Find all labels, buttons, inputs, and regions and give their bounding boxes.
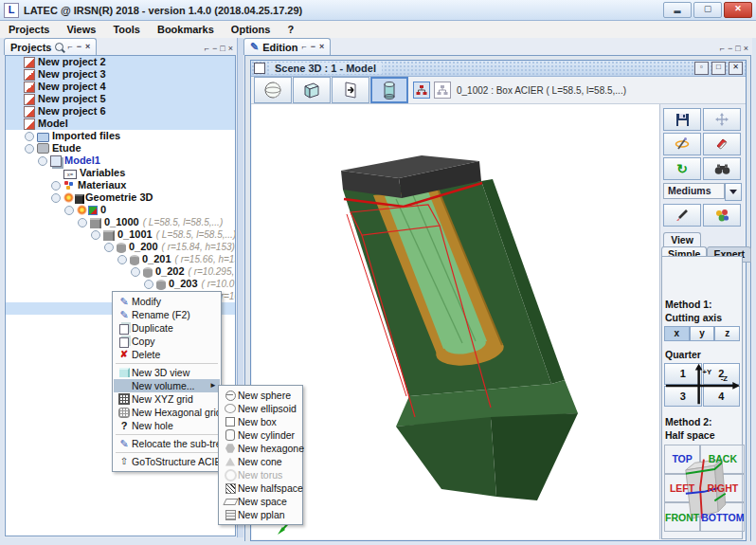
close-icon[interactable]: × [319,43,324,51]
view-tab[interactable]: View [663,232,701,246]
menu-item[interactable]: New sphere [220,389,301,402]
tree-expand-handle[interactable] [51,193,61,203]
tree-item[interactable]: 0_201 ( r=15.66, h=152...) [6,253,235,265]
menu-item[interactable]: ⇧ GoToStructure ACIER [114,455,220,468]
tree-item[interactable]: Materiaux [6,179,235,191]
tree-item[interactable]: New project 4 [6,81,235,93]
search-icon[interactable] [55,43,63,51]
menu-item[interactable]: New XYZ grid [114,392,220,406]
marker-button[interactable] [663,204,701,227]
tree-item[interactable]: 0_203 ( r=10.075, h=1... [6,278,235,290]
menu-views[interactable]: Views [58,24,104,35]
search-scene-button[interactable] [703,157,741,180]
pin-icon[interactable]: ⌐ [67,43,72,51]
tab-edition[interactable]: ✎ Edition ⌐ − × [243,38,331,55]
quarter-1-button[interactable]: 1 [664,363,702,385]
panel-minimize-button[interactable]: − [212,44,217,53]
tree-item[interactable]: New project 2 [6,56,235,68]
tree-item[interactable]: 0_202 ( r=10.295, h=152... [6,265,235,278]
scene-maximize-button[interactable]: □ [711,62,726,75]
minimize-icon[interactable]: − [311,43,315,51]
palette-button[interactable] [703,204,741,227]
menu-item[interactable]: New Hexagonal grid [114,406,220,419]
menu-item[interactable]: ? New hole [114,419,220,432]
panel-maximize-button[interactable]: □ [735,44,740,53]
window-close-button[interactable]: ✕ [724,2,752,18]
panel-maximize-button[interactable]: □ [220,44,225,53]
eraser-button[interactable] [703,133,741,155]
half-space-back-button[interactable]: BACK [700,445,745,474]
menu-item[interactable]: New ellipsoid [220,402,301,415]
half-space-left-button[interactable]: LEFT [664,474,700,503]
tree-item[interactable]: 0_200 ( r=15.84, h=153) [6,241,235,253]
mediums-dropdown-arrow[interactable] [725,183,742,201]
tree-item[interactable]: Etude [6,142,235,154]
scene-titlebar[interactable]: Scene 3D : 1 - Model ▫ □ ✕ [251,61,746,77]
menu-item[interactable]: New cylinder [220,428,301,442]
menu-item[interactable]: New halfspace [220,481,301,495]
tree-item[interactable]: 0 [6,204,235,216]
half-space-right-button[interactable]: RIGHT [700,474,745,503]
axis-z-button[interactable]: z [714,326,740,341]
tree-expand-handle[interactable] [91,230,100,240]
tree-item[interactable]: Variables [6,167,235,179]
tree-item[interactable]: Imported files [6,130,235,142]
quarter-4-button[interactable]: 4 [703,386,741,408]
tree-item[interactable]: New project 3 [6,68,235,81]
panel-minimize-button[interactable]: − [728,44,732,53]
pin-icon[interactable]: ⌐ [302,43,307,51]
mediums-dropdown[interactable]: Mediums [663,183,725,199]
viewport-3d[interactable] [252,104,663,539]
tree-item[interactable]: New project 6 [6,105,235,118]
tree-expand-handle[interactable] [131,267,140,277]
view-plane-button[interactable] [332,77,369,103]
rotate-tool-button[interactable] [663,133,701,155]
tree-expand-handle[interactable] [78,218,87,227]
scene-close-button[interactable]: ✕ [729,62,743,75]
tree-expand-handle[interactable] [104,243,114,252]
menu-bookmarks[interactable]: Bookmarks [149,24,223,35]
view-box-button[interactable] [293,77,331,103]
tree-item[interactable]: 0_1000 ( L=58.5, l=58.5,...) [6,216,235,228]
tree-expand-handle[interactable] [51,181,61,191]
menu-tools[interactable]: Tools [104,24,149,35]
panel-close-button[interactable]: × [744,44,748,53]
view-cylinder-button[interactable] [370,77,408,103]
minimize-icon[interactable]: − [77,43,81,51]
axis-y-button[interactable]: y [690,326,715,341]
quarter-3-button[interactable]: 3 [664,386,702,408]
menu-item[interactable]: Duplicate [114,321,220,335]
tree-item[interactable]: Model1 [6,154,235,167]
menu-item[interactable]: New volume... ► [114,379,220,392]
menu-item[interactable]: ✎ Relocate the sub-tree [114,437,220,450]
menu-item[interactable]: New pplan [220,508,301,521]
tree-expand-handle[interactable] [25,132,34,141]
tree-expand-handle[interactable] [25,144,34,154]
tree-expand-handle[interactable] [117,255,127,264]
menu-options[interactable]: Options [223,24,279,35]
window-minimize-button[interactable]: ▂ [663,2,692,18]
half-space-front-button[interactable]: FRONT [664,502,700,532]
panel-close-button[interactable]: × [228,44,233,53]
tree-item[interactable]: Geometrie 3D [6,191,235,204]
menu-item[interactable]: ✎ Modify [114,295,220,308]
menu-item[interactable]: ✘ Delete [114,348,220,361]
menu-item[interactable]: ✎ Rename (F2) [114,308,220,321]
refresh-button[interactable]: ↻ [663,157,701,180]
tree-expand-handle[interactable] [144,280,153,289]
move-button[interactable] [703,108,741,131]
half-space-bottom-button[interactable]: BOTTOM [700,502,745,532]
menu-item[interactable]: New 3D view [114,366,220,379]
close-icon[interactable]: × [85,43,90,51]
tree-expand-handle[interactable] [38,156,47,166]
tab-projects[interactable]: Projects ⌐ − × [4,38,97,55]
view-sphere-button[interactable] [254,77,292,103]
panel-pin-button[interactable]: ⌐ [205,44,209,53]
menu-item[interactable]: New space [220,495,301,508]
half-space-top-button[interactable]: TOP [664,445,700,474]
menu-item[interactable]: New hexagone [220,442,301,455]
window-maximize-button[interactable]: ▢ [693,2,722,18]
tree-item[interactable]: 0_1001 ( L=58.5, l=58.5,...) [6,228,235,241]
menu-item[interactable]: Copy [114,335,220,348]
menu-item[interactable]: New torus [220,468,301,481]
